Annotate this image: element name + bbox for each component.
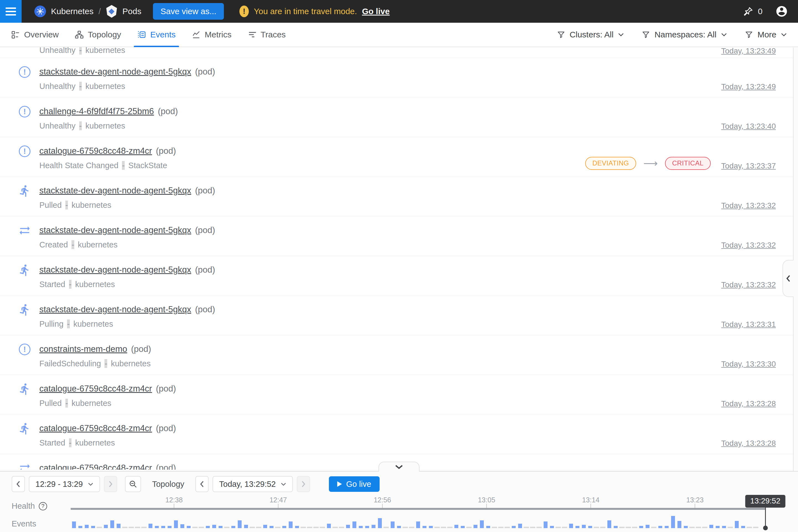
health-transition: DEVIATING ⟶ CRITICAL	[585, 157, 711, 170]
tab-traces-label: Traces	[261, 30, 286, 39]
event-bar	[377, 510, 383, 528]
go-live-button[interactable]: Go live	[329, 476, 379, 492]
tab-traces[interactable]: Traces	[248, 23, 286, 46]
range-forward-button[interactable]	[104, 476, 117, 492]
timestamp-select[interactable]: Today, 13:29:52	[212, 476, 293, 492]
event-bar	[345, 510, 351, 528]
empty-slot-dash	[753, 510, 759, 528]
empty-slot-dash	[593, 510, 600, 528]
event-timestamp-link[interactable]: Today, 13:23:32	[721, 201, 776, 210]
filter-namespaces[interactable]: Namespaces: All	[642, 30, 727, 39]
event-bar	[230, 510, 236, 528]
filter-clusters[interactable]: Clusters: All	[557, 30, 624, 39]
empty-slot-dash	[274, 510, 281, 528]
chevron-down-icon	[721, 33, 727, 37]
tick-label: 13:23	[686, 496, 704, 504]
resource-kind: (pod)	[156, 384, 176, 394]
event-row[interactable]: Unhealthy-kubernetes ⟶ Today, 13:23:49	[0, 47, 793, 57]
event-timestamp-link[interactable]: Today, 13:23:28	[721, 439, 776, 448]
filter-clusters-label: Clusters: All	[570, 30, 613, 39]
time-back-button[interactable]	[195, 476, 209, 492]
event-row[interactable]: stackstate-dev-agent-node-agent-5gkqx(po…	[0, 217, 793, 255]
badge-deviating: DEVIATING	[585, 157, 636, 170]
resource-kind: (pod)	[156, 423, 176, 433]
pod-name-link[interactable]: stackstate-dev-agent-node-agent-5gkqx	[39, 265, 191, 274]
pin-icon[interactable]	[743, 6, 754, 17]
event-row[interactable]: stackstate-dev-agent-node-agent-5gkqx(po…	[0, 177, 793, 215]
tick-mark	[382, 504, 383, 508]
health-timeline-line[interactable]	[71, 508, 765, 510]
pod-name-link[interactable]: stackstate-dev-agent-node-agent-5gkqx	[39, 225, 191, 235]
empty-slot-dash	[491, 510, 498, 528]
pod-name-link[interactable]: stackstate-dev-agent-node-agent-5gkqx	[39, 305, 191, 314]
event-row[interactable]: ! catalogue-6759c8cc48-zm4cr(pod) Health…	[0, 138, 793, 176]
event-row[interactable]: ! challenge-4-6f9fdf4f75-25bm6(pod) Unhe…	[0, 98, 793, 136]
event-title: constraints-mem-demo(pod)	[39, 344, 151, 354]
event-title: stackstate-dev-agent-node-agent-5gkqx(po…	[39, 305, 215, 315]
empty-slot-dash	[96, 510, 102, 528]
event-row[interactable]: ! constraints-mem-demo(pod) FailedSchedu…	[0, 336, 793, 374]
user-avatar-icon[interactable]	[775, 5, 788, 18]
event-timestamp-link[interactable]: Today, 13:23:37	[721, 162, 776, 170]
event-timestamp-link[interactable]: Today, 13:23:49	[721, 47, 776, 55]
chevron-right-icon	[108, 480, 113, 488]
event-bar	[612, 510, 619, 528]
breadcrumb-app[interactable]: Kubernetes	[51, 7, 93, 16]
pod-name-link[interactable]: catalogue-6759c8cc48-zm4cr	[39, 463, 152, 470]
pod-name-link[interactable]: stackstate-dev-agent-node-agent-5gkqx	[39, 67, 191, 76]
go-live-link[interactable]: Go live	[362, 7, 390, 16]
event-timestamp-link[interactable]: Today, 13:23:49	[721, 82, 776, 91]
event-row[interactable]: ! stackstate-dev-agent-node-agent-5gkqx(…	[0, 58, 793, 97]
event-row[interactable]: catalogue-6759c8cc48-zm4cr(pod) Started-…	[0, 415, 793, 453]
empty-slot-dash	[523, 510, 530, 528]
event-timestamp-link[interactable]: Today, 13:23:32	[721, 280, 776, 289]
tab-metrics[interactable]: Metrics	[192, 23, 232, 46]
time-forward-button[interactable]	[297, 476, 310, 492]
pod-name-link[interactable]: stackstate-dev-agent-node-agent-5gkqx	[39, 186, 191, 195]
event-timestamp-link[interactable]: Today, 13:23:30	[721, 360, 776, 368]
pod-name-link[interactable]: catalogue-6759c8cc48-zm4cr	[39, 384, 152, 394]
save-view-as-button[interactable]: Save view as...	[153, 3, 224, 20]
filters: Clusters: All Namespaces: All More	[557, 23, 787, 46]
event-source-label: kubernetes	[86, 82, 125, 91]
empty-slot-dash	[128, 510, 134, 528]
empty-slot-dash	[338, 510, 345, 528]
playhead-dot[interactable]	[763, 526, 768, 530]
empty-slot-dash	[306, 510, 313, 528]
collapse-events-panel-handle[interactable]	[379, 462, 419, 472]
tab-topology[interactable]: Topology	[75, 23, 121, 46]
event-source-label: kubernetes	[86, 121, 125, 130]
expand-right-panel-handle[interactable]	[782, 260, 794, 297]
event-type-label: FailedScheduling	[39, 359, 101, 368]
event-timestamp-link[interactable]: Today, 13:23:32	[721, 241, 776, 250]
event-timestamp-link[interactable]: Today, 13:23:40	[721, 122, 776, 131]
time-range-select[interactable]: 12:29 - 13:29	[29, 476, 100, 492]
tab-events[interactable]: Events	[137, 23, 176, 46]
zoom-out-button[interactable]	[125, 476, 141, 492]
range-back-button[interactable]	[12, 476, 25, 492]
pod-name-link[interactable]: catalogue-6759c8cc48-zm4cr	[39, 423, 152, 433]
event-row[interactable]: catalogue-6759c8cc48-zm4cr(pod) Pulled-k…	[0, 376, 793, 414]
hamburger-menu-button[interactable]	[0, 0, 22, 23]
event-bar	[734, 510, 740, 528]
event-timestamp-link[interactable]: Today, 13:23:31	[721, 320, 776, 329]
event-bar	[581, 510, 587, 528]
event-timestamp-link[interactable]: Today, 13:23:28	[721, 399, 776, 408]
filter-more[interactable]: More	[745, 30, 787, 39]
events-histogram[interactable]	[71, 510, 759, 528]
timeline-health-row-label: Health ?	[12, 501, 47, 511]
event-row[interactable]: stackstate-dev-agent-node-agent-5gkqx(po…	[0, 296, 793, 335]
pod-name-link[interactable]: challenge-4-6f9fdf4f75-25bm6	[39, 107, 154, 116]
event-type-label: Unhealthy	[39, 47, 76, 55]
breadcrumb-page[interactable]: Pods	[122, 7, 141, 16]
help-icon[interactable]: ?	[39, 502, 47, 510]
arrow-right-icon: ⟶	[643, 158, 658, 169]
event-row[interactable]: stackstate-dev-agent-node-agent-5gkqx(po…	[0, 256, 793, 295]
pod-name-link[interactable]: constraints-mem-demo	[39, 344, 127, 354]
tick-label: 12:47	[270, 496, 287, 504]
event-type-icon	[18, 303, 31, 316]
playhead-line[interactable]	[765, 507, 766, 528]
pod-name-link[interactable]: catalogue-6759c8cc48-zm4cr	[39, 146, 152, 156]
tab-overview[interactable]: Overview	[11, 23, 59, 46]
empty-slot-dash	[631, 510, 638, 528]
